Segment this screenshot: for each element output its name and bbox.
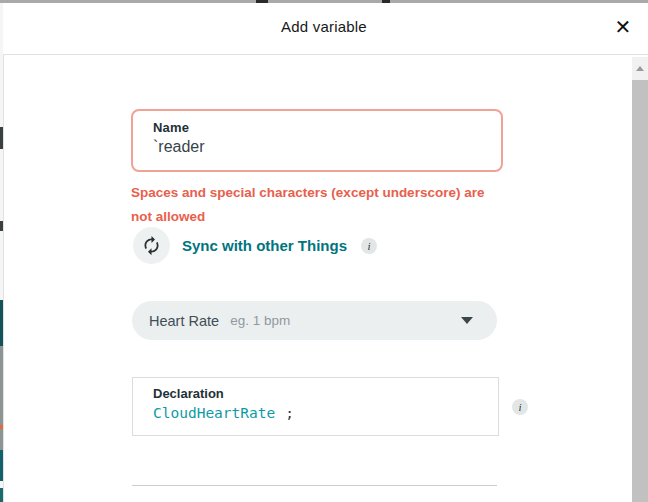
declaration-identifier: CloudHeartRate xyxy=(153,405,275,421)
scrollbar-up-button[interactable] xyxy=(632,57,648,80)
modal-scrollbar[interactable] xyxy=(632,57,648,502)
sync-arrows-icon xyxy=(141,235,162,256)
validation-error-text: Spaces and special characters (except un… xyxy=(131,181,509,228)
declaration-info-icon[interactable]: i xyxy=(512,399,528,415)
dropdown-hint: eg. 1 bpm xyxy=(230,313,290,328)
name-field-label: Name xyxy=(153,120,481,135)
chevron-down-icon xyxy=(461,317,473,324)
variable-type-dropdown[interactable]: Heart Rate eg. 1 bpm xyxy=(132,301,497,340)
sync-toggle-button[interactable] xyxy=(133,227,170,264)
section-divider xyxy=(132,485,497,486)
sync-label[interactable]: Sync with other Things xyxy=(182,237,347,254)
declaration-suffix: ; xyxy=(285,405,294,421)
declaration-label: Declaration xyxy=(153,386,478,401)
close-icon[interactable]: ✕ xyxy=(610,14,636,40)
scroll-up-arrow-icon xyxy=(636,66,644,71)
sync-info-icon[interactable]: i xyxy=(361,238,377,254)
sync-row: Sync with other Things i xyxy=(133,227,377,264)
declaration-box: Declaration CloudHeartRate; xyxy=(132,377,499,436)
name-input[interactable] xyxy=(153,138,481,156)
dropdown-selected-value: Heart Rate xyxy=(149,313,219,329)
scrollbar-thumb[interactable] xyxy=(632,80,648,502)
name-field[interactable]: Name xyxy=(131,109,503,172)
declaration-code: CloudHeartRate; xyxy=(153,405,478,421)
modal-title: Add variable xyxy=(0,18,648,35)
